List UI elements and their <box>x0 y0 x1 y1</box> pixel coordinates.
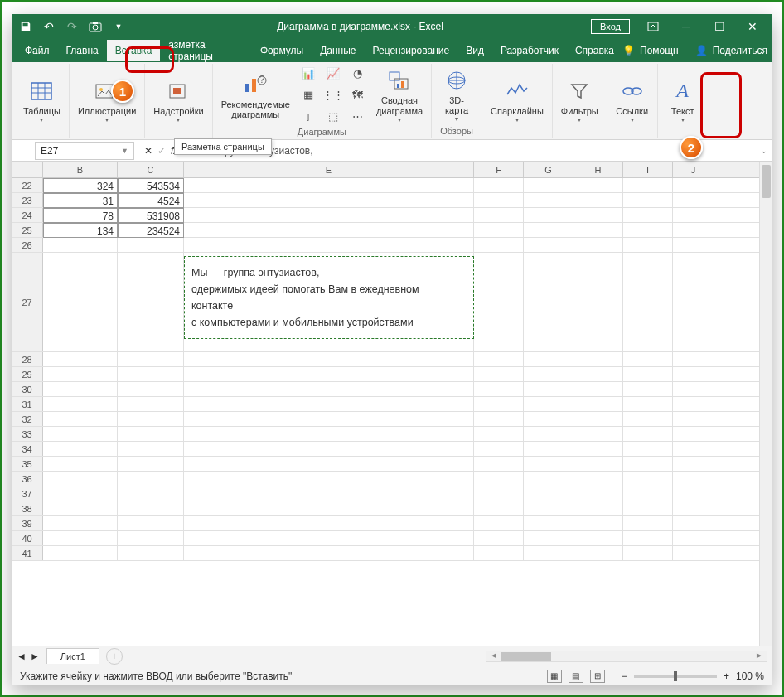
col-header[interactable]: I <box>623 162 673 177</box>
row-header[interactable]: 30 <box>12 382 43 396</box>
cell[interactable] <box>524 178 573 193</box>
ribbon-options-icon[interactable] <box>636 16 670 37</box>
cell[interactable] <box>524 397 573 412</box>
cell[interactable] <box>673 208 714 223</box>
cell[interactable]: 531908 <box>118 208 184 223</box>
cell[interactable] <box>524 516 573 531</box>
cell[interactable] <box>623 427 673 442</box>
cell[interactable] <box>43 531 118 546</box>
sheet-tab[interactable]: Лист1 <box>46 648 99 664</box>
vertical-scrollbar[interactable] <box>759 162 772 646</box>
normal-view-icon[interactable]: ▦ <box>547 670 562 683</box>
enter-formula-icon[interactable]: ✓ <box>157 145 166 157</box>
cell[interactable] <box>573 501 623 516</box>
cell[interactable] <box>573 238 623 253</box>
cell[interactable]: 31 <box>43 193 118 208</box>
cell[interactable] <box>43 382 118 397</box>
cell[interactable] <box>623 352 673 367</box>
cell[interactable] <box>43 472 118 486</box>
cell[interactable] <box>474 193 524 208</box>
cell[interactable] <box>573 178 623 193</box>
cell[interactable] <box>623 442 673 457</box>
cell[interactable] <box>573 412 623 427</box>
cell[interactable] <box>673 178 714 193</box>
expand-formula-icon[interactable]: ⌄ <box>761 147 767 155</box>
cell[interactable] <box>573 223 623 238</box>
cell[interactable] <box>474 397 524 412</box>
cell[interactable] <box>118 546 184 561</box>
scatter-chart-icon[interactable]: ⋮⋮ <box>322 85 345 104</box>
cell[interactable] <box>43 238 118 253</box>
cell[interactable] <box>474 367 524 382</box>
cell[interactable] <box>573 352 623 367</box>
col-header[interactable]: E <box>184 162 474 177</box>
cell[interactable] <box>673 472 714 486</box>
cell[interactable] <box>474 501 524 516</box>
cell[interactable] <box>474 208 524 223</box>
cell[interactable] <box>673 516 714 531</box>
cell[interactable] <box>43 397 118 412</box>
addins-button[interactable]: Надстройки▾ <box>150 76 206 125</box>
cell[interactable] <box>524 367 573 382</box>
share-button[interactable]: Поделиться <box>713 45 767 56</box>
row-header[interactable]: 22 <box>12 178 43 192</box>
cell[interactable] <box>623 516 673 531</box>
cell[interactable] <box>623 412 673 427</box>
cell[interactable] <box>673 531 714 546</box>
cell[interactable] <box>524 382 573 397</box>
cell[interactable] <box>623 546 673 561</box>
tab-formulas[interactable]: Формулы <box>252 40 312 61</box>
zoom-in-icon[interactable]: + <box>724 670 729 682</box>
cell[interactable] <box>573 367 623 382</box>
tab-nav-prev-icon[interactable]: ◄ <box>17 651 27 662</box>
cell[interactable] <box>623 457 673 472</box>
col-header[interactable]: F <box>474 162 524 177</box>
col-header[interactable]: C <box>118 162 184 177</box>
cell[interactable] <box>184 352 474 367</box>
cell[interactable] <box>623 397 673 412</box>
cell[interactable] <box>184 223 474 238</box>
cell[interactable] <box>43 442 118 457</box>
pie-chart-icon[interactable]: ◔ <box>346 64 370 82</box>
cell[interactable] <box>573 457 623 472</box>
cell[interactable] <box>118 367 184 382</box>
cell[interactable] <box>524 427 573 442</box>
zoom-level[interactable]: 100 % <box>736 670 764 682</box>
cell[interactable] <box>474 253 524 352</box>
cell[interactable] <box>623 223 673 238</box>
cell[interactable]: 78 <box>43 208 118 223</box>
cell[interactable] <box>474 382 524 397</box>
cell[interactable] <box>118 352 184 367</box>
cell[interactable] <box>43 427 118 442</box>
cell[interactable] <box>474 223 524 238</box>
tab-nav-next-icon[interactable]: ► <box>30 651 40 662</box>
cell[interactable] <box>673 352 714 367</box>
cell[interactable] <box>43 516 118 531</box>
recommended-charts-button[interactable]: ? Рекомендуемые диаграммы <box>218 70 293 121</box>
cell[interactable] <box>524 352 573 367</box>
tab-review[interactable]: Рецензирование <box>365 40 458 61</box>
row-header[interactable]: 37 <box>12 486 43 501</box>
row-header[interactable]: 33 <box>12 427 43 441</box>
tab-file[interactable]: Файл <box>17 40 58 61</box>
cell[interactable]: 4524 <box>118 193 184 208</box>
name-box[interactable]: E27▼ <box>35 142 134 160</box>
cell[interactable] <box>573 208 623 223</box>
cell[interactable] <box>524 442 573 457</box>
tables-button[interactable]: Таблицы▾ <box>20 76 64 125</box>
cell[interactable] <box>623 472 673 486</box>
save-icon[interactable] <box>15 16 36 37</box>
cell[interactable] <box>623 253 673 352</box>
cell[interactable] <box>474 178 524 193</box>
cell[interactable] <box>623 382 673 397</box>
cell[interactable] <box>43 486 118 501</box>
cell[interactable] <box>184 208 474 223</box>
add-sheet-button[interactable]: + <box>106 648 123 665</box>
row-header[interactable]: 23 <box>12 193 43 207</box>
cell[interactable] <box>118 253 184 352</box>
cell[interactable] <box>184 531 474 546</box>
cell[interactable] <box>673 442 714 457</box>
tab-developer[interactable]: Разработчик <box>492 40 567 61</box>
cell[interactable] <box>474 442 524 457</box>
cell[interactable] <box>43 253 118 352</box>
